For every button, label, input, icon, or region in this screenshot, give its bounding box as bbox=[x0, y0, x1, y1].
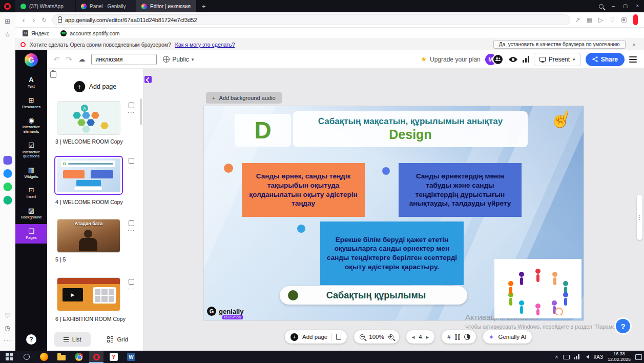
pin-icon[interactable] bbox=[144, 76, 152, 83]
pages-scrollbar[interactable] bbox=[140, 98, 142, 125]
share-icon[interactable]: ↗ bbox=[575, 16, 580, 24]
add-background-audio-button[interactable]: + Add background audio bbox=[206, 92, 282, 104]
messenger-aria-icon[interactable] bbox=[3, 156, 12, 165]
back-button[interactable]: ‹ bbox=[18, 15, 29, 24]
page-thumbnail-3[interactable]: A bbox=[57, 102, 120, 134]
duplicate-page-icon[interactable] bbox=[129, 279, 134, 285]
genially-help-button[interactable]: ? bbox=[26, 334, 36, 345]
messenger-green-icon[interactable] bbox=[3, 196, 12, 205]
view-grid-button[interactable]: Grid bbox=[100, 332, 136, 347]
next-page-icon[interactable]: ▸ bbox=[426, 334, 429, 340]
profile-icon[interactable] bbox=[621, 17, 627, 23]
slide-letter-box[interactable]: D bbox=[235, 114, 291, 147]
sidebar-item-pages[interactable]: ❏ Pages bbox=[15, 224, 47, 244]
reload-button[interactable]: ↻ bbox=[39, 16, 49, 24]
minimize-button[interactable]: – bbox=[612, 0, 615, 12]
page-menu-icon[interactable]: ··· bbox=[128, 166, 135, 170]
genially-ai-button[interactable]: ✦ Genially AI bbox=[483, 330, 532, 344]
search-icon[interactable] bbox=[599, 4, 604, 9]
network-icon[interactable] bbox=[574, 354, 579, 359]
present-button[interactable]: Present ▾ bbox=[534, 53, 581, 66]
cortana-search-icon[interactable] bbox=[19, 351, 34, 363]
position-grid-icon[interactable]: # bbox=[447, 334, 450, 340]
page-label-3[interactable]: 3 | WELCOME ROOM Copy bbox=[55, 138, 132, 145]
page-thumbnail-6[interactable]: ▶ bbox=[57, 278, 120, 311]
duplicate-page-icon[interactable] bbox=[129, 158, 134, 164]
close-button[interactable]: × bbox=[636, 0, 639, 12]
speed-dial-icon[interactable]: ⊞ bbox=[3, 16, 12, 26]
favorites-heart-icon[interactable]: ♡ bbox=[609, 16, 615, 24]
rail-more-icon[interactable]: ··· bbox=[3, 335, 12, 345]
firefox-taskbar-icon[interactable] bbox=[37, 351, 51, 363]
canvas-scrollbar-handle[interactable]: ⋮ bbox=[637, 195, 642, 240]
prev-page-icon[interactable]: ◂ bbox=[412, 334, 415, 340]
maximize-button[interactable]: ▢ bbox=[623, 0, 628, 12]
slide-structure-pill[interactable]: Сабақтың құрылымы bbox=[280, 286, 467, 305]
extensions-icon[interactable]: ▦ bbox=[587, 16, 592, 24]
banner-link[interactable]: Как я могу это сделать? bbox=[175, 42, 235, 48]
analytics-icon[interactable] bbox=[523, 56, 529, 63]
slide[interactable]: D Сабақтың мақсатын, құрылымын анықтау D… bbox=[204, 106, 584, 320]
bookmarks-star-icon[interactable]: ☆ bbox=[3, 30, 12, 39]
sidebar-item-widgets[interactable]: ▦ Widgets bbox=[15, 163, 47, 183]
collaborators-icon[interactable] bbox=[492, 54, 504, 65]
share-button[interactable]: Share bbox=[586, 53, 625, 66]
page-thumbnail-4-selected[interactable]: D bbox=[54, 156, 123, 195]
page-label-6[interactable]: 6 | EXHIBITION ROOM Copy bbox=[55, 316, 132, 322]
zoom-in-icon[interactable] bbox=[388, 334, 393, 339]
slide-title-box[interactable]: Сабақтың мақсатын, құрылымын анықтау Des… bbox=[293, 111, 528, 147]
add-page-pill[interactable]: + Add page bbox=[285, 330, 347, 344]
page-thumbnail-5[interactable]: Атадан бата bbox=[57, 219, 120, 252]
url-field[interactable]: app.genially.com/editor/67aa011d24b81724… bbox=[52, 14, 570, 25]
tab-genially-panel[interactable]: Panel - Genially bbox=[76, 0, 136, 12]
set-default-browser-button[interactable]: Да, установить в качестве браузера по ум… bbox=[493, 40, 626, 49]
tab-whatsapp[interactable]: (37) WhatsApp bbox=[15, 0, 76, 12]
page-label-5[interactable]: 5 | 5 bbox=[55, 256, 132, 263]
board-view-icon[interactable] bbox=[50, 71, 56, 78]
page-menu-icon[interactable]: ··· bbox=[128, 110, 135, 114]
taskbar-clock[interactable]: 16:38 12.02.2025 bbox=[608, 351, 631, 363]
zoom-out-icon[interactable] bbox=[360, 334, 365, 339]
help-bubble-button[interactable]: ? bbox=[616, 319, 630, 333]
language-indicator[interactable]: КАЗ bbox=[594, 354, 603, 360]
action-center-icon[interactable] bbox=[635, 354, 642, 360]
menu-hamburger-icon[interactable] bbox=[629, 56, 638, 63]
cyan-bullet-dot[interactable] bbox=[297, 225, 305, 233]
chrome-taskbar-icon[interactable] bbox=[72, 351, 86, 363]
add-page-button[interactable]: + Add page bbox=[74, 81, 117, 92]
start-button[interactable] bbox=[2, 351, 16, 363]
history-clock-icon[interactable]: ◷ bbox=[3, 323, 12, 332]
slide-box-cyan[interactable]: Ерекше білім беруді қажет ететін оқушыла… bbox=[320, 221, 464, 285]
sidebar-item-resources[interactable]: ⊞ Resources bbox=[15, 93, 47, 113]
word-taskbar-icon[interactable]: W bbox=[124, 351, 138, 363]
page-label-4[interactable]: 4 | WELCOME ROOM Copy bbox=[55, 199, 132, 205]
sidebar-item-insert[interactable]: ⊡ Insert bbox=[15, 183, 47, 203]
opera-update-pill[interactable] bbox=[633, 14, 638, 25]
sidebar-item-interactive-questions[interactable]: ☑ Interactive questions bbox=[15, 138, 47, 163]
duplicate-page-icon[interactable] bbox=[129, 220, 134, 226]
page-menu-icon[interactable]: ··· bbox=[128, 287, 135, 291]
file-explorer-icon[interactable] bbox=[54, 351, 69, 363]
project-title-input[interactable] bbox=[91, 54, 157, 65]
opera-logo-icon[interactable] bbox=[4, 3, 11, 10]
genially-logo[interactable]: G bbox=[25, 53, 38, 67]
tab-genially-editor[interactable]: Editor | инклюзия bbox=[136, 0, 197, 12]
redo-button[interactable]: ↷ bbox=[66, 55, 73, 64]
whatsapp-rail-icon[interactable] bbox=[3, 183, 12, 191]
slide-box-blue[interactable]: Санды өрнектердің мәнін табуды және санд… bbox=[399, 163, 522, 217]
slide-box-orange[interactable]: Санды өрнек, санды теңдік тақырыбын оқыт… bbox=[242, 163, 365, 217]
bookmark-yandex[interactable]: Я Яндекс bbox=[23, 30, 49, 36]
workspaces-icon[interactable]: ▷ bbox=[598, 16, 603, 24]
sidebar-item-interactive-elements[interactable]: ◉ Interactive elements bbox=[15, 113, 47, 137]
yandex-taskbar-icon[interactable]: Y bbox=[107, 351, 121, 363]
banner-close-icon[interactable]: × bbox=[630, 42, 639, 48]
opera-taskbar-icon[interactable] bbox=[89, 351, 103, 363]
visibility-selector[interactable]: Public ▾ bbox=[163, 56, 194, 63]
volume-icon[interactable] bbox=[584, 355, 589, 359]
view-list-button[interactable]: List bbox=[54, 332, 91, 347]
blue-bullet-dot[interactable] bbox=[382, 167, 390, 175]
orange-bullet-dot[interactable] bbox=[224, 164, 233, 173]
heart-icon[interactable]: ♡ bbox=[3, 311, 12, 320]
sidebar-item-background[interactable]: ▨ Background bbox=[15, 204, 47, 224]
undo-button[interactable]: ↶ bbox=[53, 55, 60, 64]
